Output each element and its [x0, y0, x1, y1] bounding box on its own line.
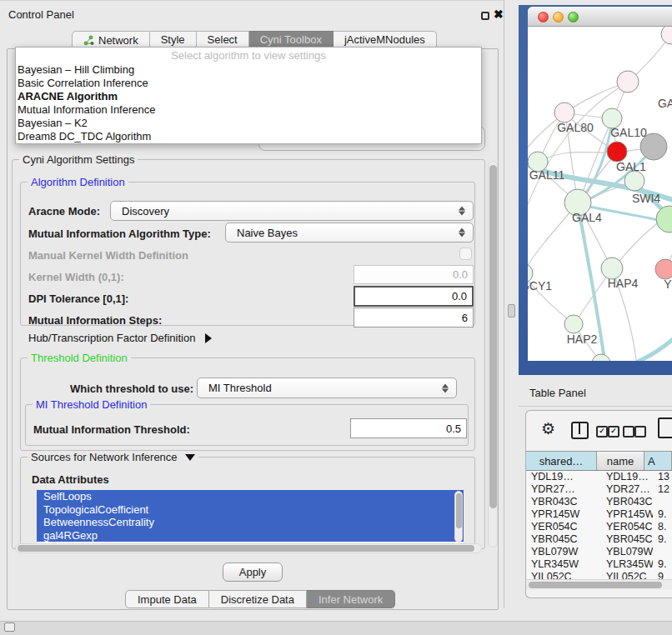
tab-jactivemnodules[interactable]: jActiveMNodules — [333, 31, 437, 48]
stepper-arrows-icon — [459, 207, 465, 216]
table-cell: YDR27… — [526, 483, 601, 496]
table-row[interactable]: YDR27…YDR27…12 — [526, 483, 672, 496]
algorithm-option[interactable]: Bayesian – K2 — [16, 117, 481, 130]
close-icon[interactable]: ✖ — [494, 8, 504, 21]
network-window-titlebar[interactable] — [528, 7, 672, 27]
network-node[interactable] — [655, 259, 672, 279]
dpi-tolerance-field[interactable]: 0.0 — [354, 286, 474, 307]
tab-impute-data[interactable]: Impute Data — [125, 590, 209, 608]
node-label: GAL4 — [572, 211, 602, 224]
split-columns-icon[interactable] — [571, 422, 589, 439]
scrollbar-thumb[interactable] — [456, 493, 462, 528]
network-node[interactable] — [656, 206, 672, 232]
tab-label: Impute Data — [138, 593, 197, 606]
tab-style[interactable]: Style — [150, 31, 197, 48]
node-label: Y — [664, 278, 672, 291]
table-cell: 9. — [653, 533, 672, 546]
table-row[interactable]: YBL079WYBL079W — [526, 546, 672, 558]
node-label: SWI4 — [632, 192, 660, 205]
gear-icon[interactable]: ⚙ — [541, 419, 555, 438]
algorithm-option[interactable]: Basic Correlation Inference — [16, 77, 481, 90]
scrollbar-thumb[interactable] — [489, 165, 497, 508]
table-horizontal-scrollbar[interactable] — [526, 579, 672, 590]
zoom-traffic-light-icon[interactable] — [568, 12, 579, 22]
sources-expander[interactable]: Sources for Network Inference — [28, 451, 198, 463]
table-row[interactable]: YPR145WYPR145W9. — [526, 508, 672, 521]
network-node[interactable] — [592, 354, 610, 361]
tab-select[interactable]: Select — [197, 31, 249, 48]
table-row[interactable]: YBR045CYBR045C9. — [526, 533, 672, 546]
mi-type-combobox[interactable]: Naive Bayes — [225, 222, 474, 242]
document-icon[interactable] — [658, 418, 672, 438]
node-label: GAL80 — [557, 121, 594, 134]
unchecked-checkbox-icon[interactable] — [634, 426, 646, 438]
node-label: GCY1 — [528, 279, 552, 292]
checked-checkbox-icon[interactable]: ✓ — [608, 426, 619, 438]
table-cell: YPR145W — [526, 508, 601, 521]
checked-checkbox-icon[interactable]: ✓ — [596, 426, 608, 438]
network-node[interactable] — [624, 171, 644, 191]
table-row[interactable]: YBR043CYBR043C — [526, 496, 672, 508]
float-window-icon[interactable] — [481, 12, 489, 20]
network-node[interactable] — [607, 142, 627, 162]
table-panel-title: Table Panel — [529, 387, 586, 399]
tab-cyni-toolbox[interactable]: Cyni Toolbox — [249, 31, 333, 48]
network-node[interactable] — [661, 27, 672, 44]
control-panel-tabbar: Network Style Select Cyni Toolbox jActiv… — [72, 31, 437, 48]
minimize-traffic-light-icon[interactable] — [553, 12, 564, 22]
tab-network[interactable]: Network — [72, 31, 150, 48]
algorithm-option[interactable]: Bayesian – Hill Climbing — [16, 63, 481, 77]
table-row[interactable]: YLR345WYLR345W9. — [526, 558, 672, 571]
hub-definition-expander[interactable]: Hub/Transcription Factor Definition — [28, 332, 212, 344]
attribute-list-item[interactable]: SelfLoops — [37, 490, 464, 503]
table-row[interactable]: YDL19…YDL19…13 — [526, 471, 672, 483]
network-node[interactable] — [564, 315, 583, 333]
network-node[interactable] — [554, 102, 574, 122]
tab-infer-network[interactable]: Infer Network — [307, 590, 395, 608]
network-canvas[interactable]: GALGAL80GAL10GAL1GAL11SWI4GAL4GCY1HAP4YH… — [528, 27, 672, 361]
status-strip — [0, 621, 672, 635]
data-attributes-label: Data Attributes — [32, 473, 109, 486]
scrollbar-thumb[interactable] — [18, 545, 474, 552]
unchecked-checkbox-icon[interactable] — [623, 426, 634, 438]
algorithm-option[interactable]: ARACNE Algorithm — [16, 90, 481, 103]
group-title: Threshold Definition — [28, 352, 131, 364]
mi-steps-field[interactable]: 6 — [354, 308, 474, 328]
mi-type-label: Mutual Information Algorithm Type: — [28, 228, 211, 240]
close-traffic-light-icon[interactable] — [538, 12, 549, 22]
panel-divider-handle[interactable] — [508, 304, 515, 318]
table-row[interactable]: YIL052CYIL052C9 — [526, 571, 672, 579]
data-attributes-list[interactable]: SelfLoopsTopologicalCoefficientBetweenne… — [37, 490, 464, 543]
table-cell: YDL19… — [526, 471, 601, 483]
scrollbar-thumb[interactable] — [529, 582, 662, 588]
table-row[interactable]: YER054CYER054C8. — [526, 521, 672, 533]
algorithm-option[interactable]: Mutual Information Inference — [16, 103, 481, 117]
pane-grip-icon[interactable] — [4, 622, 15, 632]
aracne-mode-combobox[interactable]: Discovery — [110, 201, 474, 221]
attribute-list-item[interactable]: BetweennessCentrality — [37, 516, 464, 529]
aracne-mode-label: Aracne Mode: — [28, 205, 100, 218]
settings-vertical-scrollbar[interactable] — [488, 161, 498, 548]
settings-horizontal-scrollbar[interactable] — [15, 543, 482, 553]
mi-threshold-field[interactable]: 0.5 — [350, 418, 467, 438]
algorithm-option[interactable]: Dream8 DC_TDC Algorithm — [16, 130, 481, 143]
attribute-list-item[interactable]: gal4RGexp — [37, 529, 464, 542]
apply-button[interactable]: Apply — [223, 562, 283, 582]
column-header-shared-name[interactable]: shared… — [526, 452, 597, 470]
network-node[interactable] — [617, 71, 639, 92]
kernel-width-field[interactable]: 0.0 — [354, 265, 474, 284]
tab-discretize-data[interactable]: Discretize Data — [209, 590, 307, 608]
table-cell: YLR345W — [526, 558, 601, 571]
node-label: GAL1 — [616, 160, 646, 173]
network-view-window[interactable]: GALGAL80GAL10GAL1GAL11SWI4GAL4GCY1HAP4YH… — [528, 7, 672, 361]
table-cell: YER054C — [601, 521, 653, 533]
table-rows[interactable]: YDL19…YDL19…13YDR27…YDR27…12YBR043CYBR04… — [526, 471, 672, 579]
table-cell: YBR045C — [526, 533, 601, 546]
column-header-name[interactable]: name — [597, 452, 644, 470]
manual-kernel-checkbox[interactable] — [459, 248, 472, 260]
table-cell: 12 — [653, 483, 672, 496]
column-header-partial[interactable]: A — [644, 452, 672, 470]
attribute-list-item[interactable]: TopologicalCoefficient — [37, 503, 464, 517]
attributes-vertical-scrollbar[interactable] — [454, 491, 463, 542]
which-threshold-combobox[interactable]: MI Threshold — [197, 378, 457, 398]
